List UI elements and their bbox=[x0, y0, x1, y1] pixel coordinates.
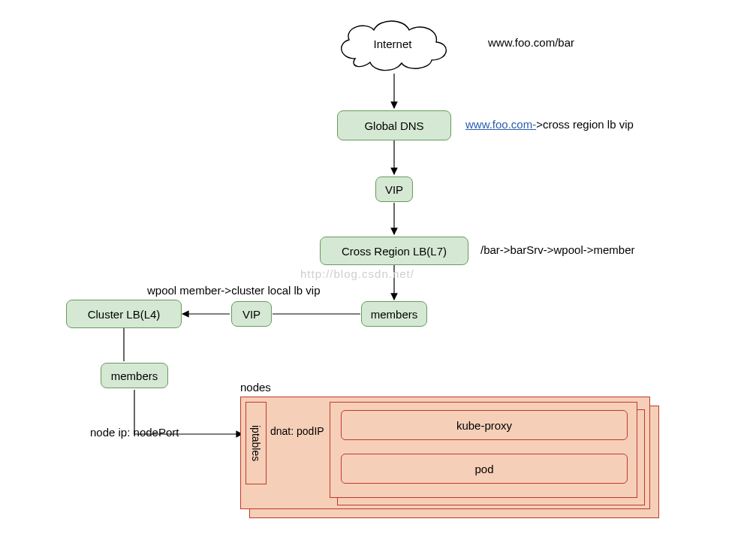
vip-label-2: VIP bbox=[242, 308, 261, 321]
dns-annotation-rest: >cross region lb vip bbox=[536, 118, 634, 131]
watermark-text: http://blog.csdn.net/ bbox=[300, 267, 414, 280]
pod-box: pod bbox=[341, 454, 628, 484]
cluster-lb-box: Cluster LB(L4) bbox=[66, 300, 182, 328]
dns-link[interactable]: www.foo.com- bbox=[465, 118, 536, 131]
diagram-stage: Internet www.foo.com/bar Global DNS www.… bbox=[0, 0, 756, 540]
members-box-bottom: members bbox=[101, 363, 168, 388]
kube-proxy-label: kube-proxy bbox=[456, 419, 512, 432]
global-dns-label: Global DNS bbox=[364, 119, 423, 132]
cross-region-lb-box: Cross Region LB(L7) bbox=[320, 237, 468, 265]
url-annotation: www.foo.com/bar bbox=[488, 36, 574, 49]
members-box-top: members bbox=[361, 301, 427, 327]
internet-label: Internet bbox=[333, 14, 453, 74]
cross-region-lb-label: Cross Region LB(L7) bbox=[342, 245, 447, 258]
nodes-title: nodes bbox=[240, 381, 271, 394]
dns-annotation: www.foo.com->cross region lb vip bbox=[465, 118, 634, 131]
iptables-box: iptables bbox=[245, 402, 267, 484]
dnat-annotation: dnat: podIP bbox=[270, 425, 324, 437]
cross-region-annotation: /bar->barSrv->wpool->member bbox=[480, 243, 635, 256]
members-label-bottom: members bbox=[111, 370, 158, 382]
wpool-annotation: wpool member->cluster local lb vip bbox=[147, 284, 321, 297]
vip-box-1: VIP bbox=[375, 176, 413, 202]
pod-label: pod bbox=[474, 463, 493, 475]
cluster-lb-label: Cluster LB(L4) bbox=[88, 308, 161, 321]
vip-label-1: VIP bbox=[385, 183, 403, 196]
global-dns-box: Global DNS bbox=[337, 110, 451, 140]
inner-panel-front: kube-proxy pod bbox=[330, 402, 637, 498]
iptables-label: iptables bbox=[250, 425, 262, 461]
internet-cloud: Internet bbox=[333, 14, 453, 74]
members-label-top: members bbox=[371, 308, 418, 321]
vip-box-2: VIP bbox=[231, 301, 272, 327]
nodeport-annotation: node ip: nodePort bbox=[90, 426, 179, 439]
nodes-panel-front: iptables kube-proxy pod bbox=[240, 397, 650, 509]
kube-proxy-box: kube-proxy bbox=[341, 410, 628, 440]
